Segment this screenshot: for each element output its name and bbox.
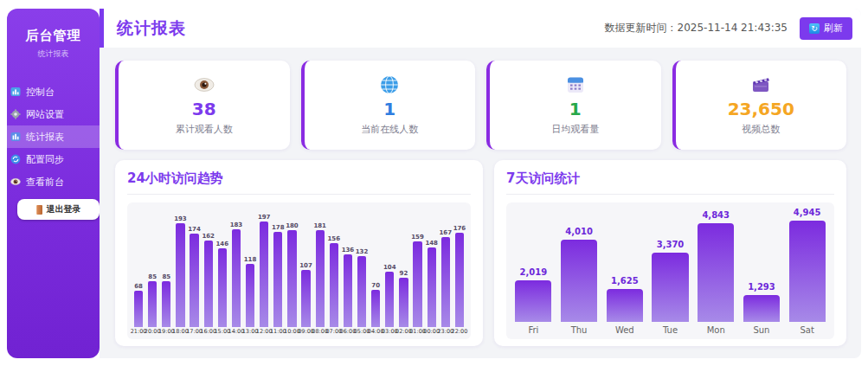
bar[interactable] bbox=[385, 272, 394, 327]
bar[interactable] bbox=[204, 241, 213, 327]
update-time: 数据更新时间：2025-11-14 21:43:35 bbox=[605, 21, 788, 35]
bar[interactable] bbox=[441, 237, 450, 327]
bar-value-label: 1,625 bbox=[611, 276, 639, 286]
bar-value-label: 68 bbox=[134, 283, 143, 290]
bar[interactable] bbox=[148, 281, 157, 327]
bar-value-label: 85 bbox=[148, 273, 157, 280]
bar-column: 8519:00 bbox=[159, 206, 173, 337]
sync-icon bbox=[10, 154, 21, 164]
bar-value-label: 162 bbox=[202, 233, 215, 240]
bar-value-label: 176 bbox=[453, 225, 466, 232]
content: 38累计观看人数1当前在线人数1日均观看量23,650视频总数 24小时访问趋势… bbox=[100, 48, 861, 346]
bar-column: 4,945Sat bbox=[784, 206, 830, 337]
gear-icon bbox=[10, 109, 21, 119]
bar[interactable] bbox=[428, 247, 436, 327]
bar-value-label: 148 bbox=[425, 240, 438, 247]
bar[interactable] bbox=[371, 290, 380, 327]
bar[interactable] bbox=[743, 295, 780, 322]
bar-value-label: 104 bbox=[383, 264, 396, 271]
bar-column: 11813:00 bbox=[243, 206, 257, 337]
stat-label: 当前在线人数 bbox=[361, 123, 418, 136]
bar-value-label: 159 bbox=[411, 234, 424, 241]
chart-title-7day: 7天访问统计 bbox=[506, 170, 834, 195]
bar-value-label: 3,370 bbox=[657, 240, 685, 249]
refresh-button[interactable]: ↻ 刷新 bbox=[800, 17, 852, 40]
bar[interactable] bbox=[357, 256, 366, 327]
bar[interactable] bbox=[287, 230, 296, 327]
calendar-icon bbox=[565, 74, 586, 95]
logout-label: 退出登录 bbox=[47, 203, 81, 215]
bar[interactable] bbox=[330, 243, 338, 327]
bar-value-label: 156 bbox=[328, 235, 341, 242]
bar-column: 8520:00 bbox=[145, 206, 159, 337]
bar[interactable] bbox=[232, 229, 241, 327]
bar-value-label: 136 bbox=[342, 247, 355, 254]
bar-x-label: Sun bbox=[753, 322, 769, 337]
bar-column: 18108:00 bbox=[313, 206, 327, 337]
bar-column: 7004:00 bbox=[369, 206, 383, 337]
bar-column: 18314:00 bbox=[229, 206, 243, 337]
sidebar-item-config-sync[interactable]: 配置同步 bbox=[7, 148, 100, 170]
chart-plot-24h: 6821:008520:008519:0019318:0017417:00162… bbox=[127, 202, 471, 339]
sidebar-subtitle: 统计报表 bbox=[7, 48, 100, 60]
sidebar-item-label: 统计报表 bbox=[26, 131, 64, 144]
bar[interactable] bbox=[515, 280, 551, 322]
chart-card-7day-stats: 7天访问统计 2,019Fri4,010Thu1,625Wed3,370Tue4… bbox=[494, 160, 846, 346]
bar[interactable] bbox=[260, 222, 268, 327]
bar-column: 4,010Thu bbox=[556, 206, 602, 337]
logout-button[interactable]: 退出登录 bbox=[17, 199, 100, 220]
stat-value: 23,650 bbox=[728, 99, 794, 119]
bar[interactable] bbox=[273, 232, 282, 327]
bar-column: 19318:00 bbox=[173, 206, 187, 337]
sidebar-item-stats-report[interactable]: 统计报表 bbox=[7, 125, 100, 148]
bar-value-label: 174 bbox=[188, 226, 201, 233]
bar[interactable] bbox=[134, 291, 143, 327]
bar-column: 9202:00 bbox=[396, 206, 410, 337]
bar-column: 4,843Mon bbox=[693, 206, 739, 337]
bar-value-label: 183 bbox=[230, 222, 243, 228]
sidebar-item-view-frontend[interactable]: 查看前台 bbox=[7, 170, 100, 193]
bar[interactable] bbox=[190, 234, 198, 327]
eye-icon bbox=[194, 74, 215, 95]
bar[interactable] bbox=[162, 281, 170, 327]
bar-value-label: 181 bbox=[313, 222, 326, 229]
bar-column: 15901:00 bbox=[411, 206, 425, 337]
bar[interactable] bbox=[413, 241, 421, 327]
bar-value-label: 4,843 bbox=[702, 210, 730, 220]
bar-value-label: 2,019 bbox=[520, 267, 548, 277]
bar[interactable] bbox=[344, 254, 352, 327]
bar[interactable] bbox=[218, 248, 227, 327]
bar[interactable] bbox=[316, 230, 325, 327]
bar-value-label: 4,945 bbox=[794, 208, 821, 217]
bar-column: 16723:00 bbox=[439, 206, 453, 337]
bar[interactable] bbox=[301, 270, 310, 327]
bar-value-label: 107 bbox=[299, 262, 312, 269]
bar-column: 3,370Tue bbox=[647, 206, 693, 337]
bar-column: 14615:00 bbox=[215, 206, 229, 337]
bar[interactable] bbox=[789, 221, 826, 322]
bar-value-label: 193 bbox=[174, 215, 187, 222]
bar[interactable] bbox=[698, 223, 734, 322]
bar[interactable] bbox=[652, 253, 688, 322]
charts-row: 24小时访问趋势 6821:008520:008519:0019318:0017… bbox=[115, 160, 846, 346]
sidebar-item-label: 查看前台 bbox=[26, 176, 64, 189]
bar[interactable] bbox=[455, 233, 464, 327]
bar[interactable] bbox=[607, 289, 643, 322]
bar[interactable] bbox=[399, 278, 408, 327]
stat-value: 1 bbox=[569, 99, 582, 119]
bar-column: 17417:00 bbox=[188, 206, 202, 337]
sidebar-item-site-settings[interactable]: 网站设置 bbox=[7, 103, 100, 125]
bar[interactable] bbox=[246, 264, 254, 327]
sidebar-item-label: 控制台 bbox=[26, 86, 55, 99]
sidebar-item-label: 配置同步 bbox=[26, 153, 64, 166]
sidebar-item-console[interactable]: 控制台 bbox=[7, 80, 100, 103]
bar-value-label: 85 bbox=[162, 273, 170, 280]
bar-column: 10709:00 bbox=[299, 206, 313, 337]
globe-icon bbox=[379, 74, 400, 95]
bar[interactable] bbox=[561, 240, 597, 322]
admin-dashboard: 后台管理 统计报表 控制台网站设置统计报表配置同步查看前台 退出登录 统计报表 … bbox=[0, 0, 868, 366]
stat-value: 38 bbox=[192, 99, 216, 119]
bar[interactable] bbox=[176, 223, 184, 327]
stat-card-total-viewers: 38累计观看人数 bbox=[115, 61, 290, 150]
bar-value-label: 92 bbox=[400, 270, 408, 277]
